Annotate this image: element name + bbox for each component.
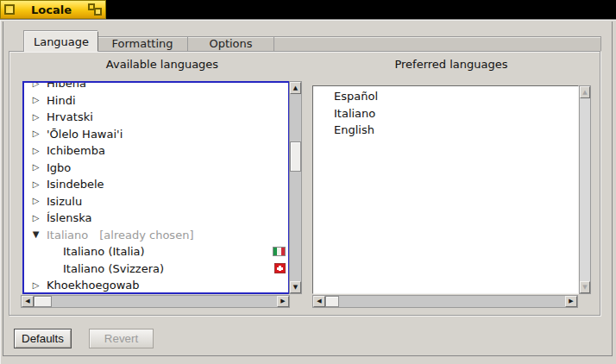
revert-button[interactable]: Revert: [89, 329, 154, 348]
tree-item-label: Isizulu: [47, 195, 82, 208]
tree-item[interactable]: ▷Igbo: [24, 160, 288, 177]
tree-item[interactable]: ▷Isindebele: [24, 176, 288, 193]
tree-item-label: Hrvatski: [47, 110, 93, 123]
expander-collapsed-icon[interactable]: ▷: [31, 113, 41, 122]
italy-flag-icon: [273, 247, 286, 256]
tab-formatting-label: Formatting: [111, 37, 173, 50]
tree-item[interactable]: ▷Khoekhoegowab: [24, 277, 288, 294]
tree-item[interactable]: ▷'Ōlelo Hawai'i: [24, 126, 288, 143]
list-item[interactable]: English: [313, 122, 578, 138]
tree-item[interactable]: ▷Hindi: [24, 92, 288, 110]
tree-item-label: Íslenska: [47, 211, 92, 224]
preferred-languages-header: Preferred languages: [312, 58, 590, 71]
titlebar[interactable]: Locale: [0, 0, 106, 19]
expander-collapsed-icon[interactable]: ▷: [31, 214, 41, 223]
tree-item-label: Hibena: [47, 81, 86, 90]
available-languages-header: Available languages: [24, 58, 300, 71]
preferred-vertical-scrollbar[interactable]: ▲ ▼: [579, 85, 591, 294]
tree-item-label: Hindi: [47, 94, 76, 107]
border-seam-left: [3, 22, 3, 355]
scroll-down-icon[interactable]: ▼: [580, 281, 590, 293]
tree-item-label: Igbo: [47, 161, 71, 174]
tree-item[interactable]: ▷Íslenska: [24, 210, 288, 227]
expander-collapsed-icon[interactable]: ▷: [31, 281, 41, 290]
tab-options[interactable]: Options: [188, 36, 274, 51]
window-title: Locale: [15, 3, 88, 16]
scroll-right-icon[interactable]: ▶: [565, 296, 577, 307]
scrollbar-thumb[interactable]: [290, 141, 301, 172]
window-menu-icon[interactable]: [4, 4, 15, 15]
expander-collapsed-icon[interactable]: ▷: [31, 163, 41, 172]
scroll-left-icon[interactable]: ◀: [22, 296, 34, 307]
border-highlight-top: [0, 20, 616, 21]
tree-item[interactable]: ▷Ichibemba: [24, 142, 288, 160]
available-horizontal-scrollbar[interactable]: ◀ ▶: [21, 295, 290, 308]
scroll-up-icon[interactable]: ▲: [580, 86, 590, 98]
tree-item-label: Italiano (Italia): [63, 245, 145, 258]
tree-item-label: 'Ōlelo Hawai'i: [47, 128, 123, 141]
list-item[interactable]: Italiano: [313, 104, 578, 121]
tree-item-label: Khoekhoegowab: [47, 279, 140, 292]
scrollbar-thumb[interactable]: [325, 296, 339, 307]
scroll-left-icon[interactable]: ◀: [313, 296, 325, 307]
already-chosen-note: [already chosen]: [99, 229, 193, 242]
expander-collapsed-icon[interactable]: ▷: [31, 197, 41, 205]
tree-item-label: Italiano: [47, 229, 88, 242]
tab-language[interactable]: Language: [24, 31, 98, 52]
expander-collapsed-icon[interactable]: ▷: [31, 147, 41, 155]
tree-item-label: Ichibemba: [47, 144, 105, 157]
tree-item[interactable]: ▼Italiano[already chosen]: [24, 227, 288, 244]
tree-item[interactable]: ▷Hibena: [24, 81, 288, 92]
maximize-button[interactable]: [88, 3, 102, 16]
preferred-horizontal-scrollbar[interactable]: ◀ ▶: [312, 295, 578, 308]
available-vertical-scrollbar[interactable]: ▲ ▼: [289, 81, 302, 294]
expander-collapsed-icon[interactable]: ▷: [31, 129, 41, 138]
tree-item[interactable]: ▷Hrvatski: [24, 109, 288, 126]
switzerland-flag-icon: [274, 263, 286, 273]
tab-language-label: Language: [34, 35, 89, 48]
expander-collapsed-icon[interactable]: ▷: [31, 96, 41, 104]
expander-expanded-icon[interactable]: ▼: [31, 230, 41, 239]
available-languages-tree[interactable]: ▷Hibena▷Hindi▷Hrvatski▷'Ōlelo Hawai'i▷Ic…: [22, 81, 290, 294]
scrollbar-thumb[interactable]: [34, 296, 52, 307]
expander-collapsed-icon[interactable]: ▷: [31, 81, 41, 88]
tree-item[interactable]: Italiano (Italia): [24, 243, 288, 260]
preferred-languages-list[interactable]: EspañolItalianoEnglish: [312, 85, 579, 294]
tab-options-label: Options: [209, 37, 252, 50]
expander-collapsed-icon[interactable]: ▷: [31, 180, 41, 189]
locale-window: Locale Formatting Options Language Avail…: [0, 0, 616, 364]
border-highlight-left: [0, 20, 1, 364]
defaults-button[interactable]: Defaults: [14, 329, 72, 348]
tree-item[interactable]: ▷Isizulu: [24, 193, 288, 210]
border-seam-top: [0, 19, 616, 20]
scroll-down-icon[interactable]: ▼: [290, 281, 301, 293]
scroll-right-icon[interactable]: ▶: [277, 296, 289, 307]
border-seam-bottom: [3, 355, 613, 356]
border-seam-right: [612, 22, 613, 356]
tree-item-label: Isindebele: [47, 178, 104, 191]
list-item[interactable]: Español: [313, 88, 578, 104]
tab-formatting[interactable]: Formatting: [97, 36, 188, 51]
scroll-up-icon[interactable]: ▲: [290, 82, 301, 94]
tree-item[interactable]: Italiano (Svizzera): [24, 260, 288, 278]
tree-item-label: Italiano (Svizzera): [63, 262, 164, 275]
